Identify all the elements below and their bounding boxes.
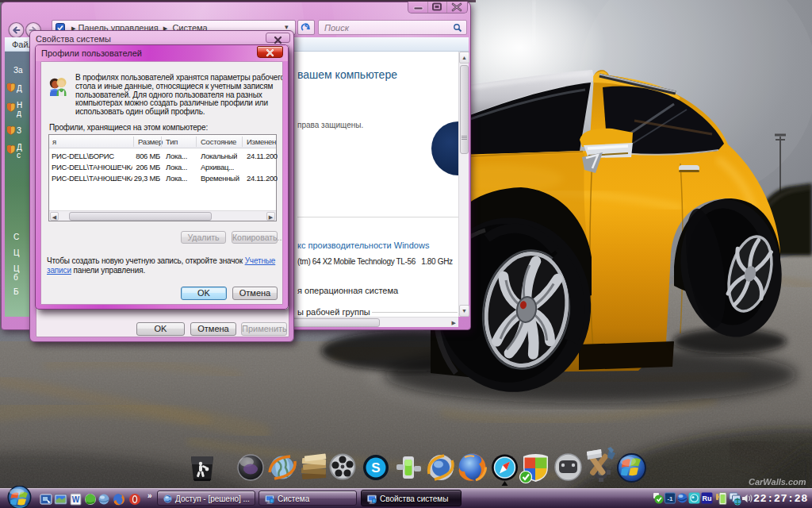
svg-text:Ru: Ru [703,495,712,502]
svg-text:S: S [371,460,380,475]
svg-text:W: W [72,495,80,504]
svg-text:-1: -1 [667,495,673,502]
svg-text:»: » [147,491,152,500]
